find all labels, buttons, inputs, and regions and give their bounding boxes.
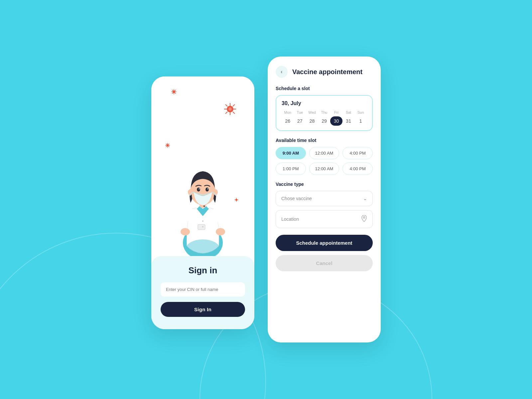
svg-point-44 — [205, 188, 209, 192]
phone-appointment: ‹ Vaccine appointement Schedule a slot 3… — [268, 57, 381, 342]
cal-day-29[interactable]: 29 — [318, 116, 331, 126]
day-name-wed: Wed — [306, 110, 318, 114]
time-slot-4[interactable]: 12:00 AM — [309, 163, 339, 175]
virus-icon-3 — [165, 143, 170, 149]
svg-point-38 — [216, 228, 225, 235]
svg-point-47 — [203, 205, 205, 207]
time-slot-1[interactable]: 12:00 AM — [309, 147, 339, 159]
signin-title: Sign in — [161, 265, 245, 276]
day-name-fri: Fri — [330, 110, 342, 114]
chevron-down-icon: ⌄ — [363, 196, 367, 201]
calendar-box: 30, July Mon Tue Wed Thu Fri Sat Sun 26 … — [276, 95, 373, 131]
svg-point-37 — [181, 228, 190, 235]
virus-icon-2 — [224, 103, 236, 117]
vaccine-dropdown[interactable]: Chose vaccine ⌄ — [276, 191, 373, 206]
time-section-label: Available time slot — [276, 138, 373, 143]
doctor-illustration — [166, 150, 239, 256]
cancel-button[interactable]: Cancel — [276, 255, 373, 271]
day-name-mon: Mon — [282, 110, 294, 114]
phones-container: Sign in Sign In ‹ Vaccine appointement S… — [151, 57, 381, 342]
svg-point-35 — [202, 220, 203, 222]
signin-button[interactable]: Sign In — [161, 302, 245, 317]
virus-icon-1 — [171, 89, 177, 95]
svg-rect-34 — [198, 224, 205, 230]
appointment-title: Vaccine appointement — [292, 68, 362, 76]
location-text: Location — [281, 216, 299, 222]
location-pin-icon — [361, 215, 367, 223]
back-button[interactable]: ‹ — [276, 66, 288, 78]
vaccine-dropdown-text: Chose vaccine — [281, 196, 312, 201]
illustration-area — [151, 76, 254, 256]
svg-point-36 — [202, 226, 203, 227]
svg-line-7 — [175, 90, 176, 91]
time-slot-3[interactable]: 1:00 PM — [276, 163, 306, 175]
vaccine-section-label: Vaccine type — [276, 182, 373, 187]
cal-day-1[interactable]: 1 — [354, 116, 367, 126]
location-field[interactable]: Location — [276, 210, 373, 228]
svg-point-43 — [197, 188, 200, 192]
svg-point-45 — [199, 189, 200, 190]
time-slots-grid: 9:00 AM 12:00 AM 4:00 PM 1:00 PM 12:00 A… — [276, 147, 373, 175]
svg-line-26 — [169, 144, 170, 145]
svg-line-6 — [175, 93, 176, 94]
svg-line-17 — [225, 112, 227, 114]
day-name-sun: Sun — [354, 110, 367, 114]
cal-day-28[interactable]: 28 — [306, 116, 318, 126]
svg-point-18 — [228, 107, 232, 111]
time-slot-5[interactable]: 4:00 PM — [342, 163, 373, 175]
calendar-day-names: Mon Tue Wed Thu Fri Sat Sun — [282, 110, 367, 116]
svg-line-5 — [172, 90, 173, 91]
cal-day-30[interactable]: 30 — [330, 116, 342, 126]
svg-line-16 — [233, 104, 235, 106]
schedule-section-label: Schedule a slot — [276, 86, 373, 91]
svg-line-8 — [172, 93, 173, 94]
svg-line-24 — [166, 144, 167, 145]
time-slot-2[interactable]: 4:00 PM — [342, 147, 373, 159]
svg-point-49 — [363, 217, 365, 218]
svg-line-25 — [169, 146, 170, 147]
svg-line-15 — [233, 112, 235, 114]
calendar-day-numbers: 26 27 28 29 30 31 1 — [282, 116, 367, 126]
svg-line-27 — [166, 146, 167, 147]
signin-input[interactable] — [161, 282, 245, 297]
svg-point-46 — [207, 189, 208, 190]
day-name-thu: Thu — [318, 110, 331, 114]
svg-point-19 — [167, 144, 169, 147]
svg-point-0 — [173, 90, 175, 93]
day-name-sat: Sat — [342, 110, 355, 114]
calendar-month: 30, July — [282, 100, 367, 106]
schedule-button[interactable]: Schedule appointement — [276, 235, 373, 251]
svg-line-14 — [225, 104, 227, 106]
cal-day-31[interactable]: 31 — [342, 116, 355, 126]
day-name-tue: Tue — [294, 110, 306, 114]
cal-day-27[interactable]: 27 — [294, 116, 306, 126]
appointment-header: ‹ Vaccine appointement — [276, 66, 373, 78]
cal-day-26[interactable]: 26 — [282, 116, 294, 126]
signin-card: Sign in Sign In — [151, 256, 254, 329]
phone-signin: Sign in Sign In — [151, 76, 254, 329]
time-slot-0[interactable]: 9:00 AM — [276, 147, 306, 159]
